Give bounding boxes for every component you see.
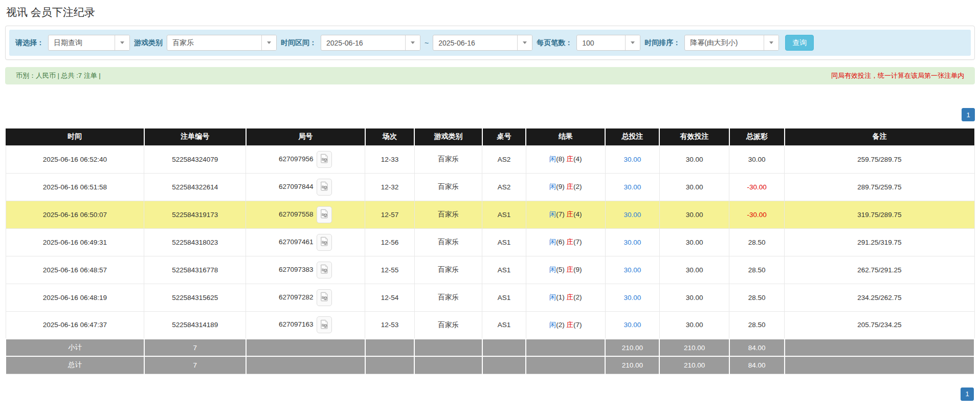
result-banker-label: 庄 bbox=[567, 321, 574, 329]
table-header-row: 时间 注单编号 局号 场次 游戏类别 桌号 结果 总投注 有效投注 总派彩 备注 bbox=[6, 128, 974, 145]
total-count: 7 bbox=[144, 356, 246, 374]
cell-session: 12-56 bbox=[365, 228, 415, 256]
cell-note: 289.75/259.75 bbox=[785, 173, 974, 201]
chevron-down-icon[interactable] bbox=[405, 35, 420, 50]
cell-game-type: 百家乐 bbox=[414, 145, 482, 173]
pagination-bottom: 1 bbox=[5, 388, 975, 401]
result-player-label: 闲 bbox=[549, 210, 556, 218]
total-bet-link[interactable]: 30.00 bbox=[623, 266, 641, 274]
cell-payout: 30.00 bbox=[729, 145, 785, 173]
pagination-page-button[interactable]: 1 bbox=[961, 388, 974, 401]
video-replay-button[interactable] bbox=[317, 316, 332, 333]
cell-table-no: AS1 bbox=[482, 284, 526, 311]
cell-table-no: AS1 bbox=[482, 228, 526, 256]
total-bet-link[interactable]: 30.00 bbox=[623, 321, 641, 329]
result-banker-num: (2) bbox=[573, 183, 582, 190]
date-to-select[interactable]: 2025-06-16 bbox=[433, 35, 532, 51]
video-replay-button[interactable] bbox=[317, 262, 332, 278]
cell-session: 12-54 bbox=[365, 284, 415, 311]
cell-note: 319.75/289.75 bbox=[785, 201, 974, 228]
result-banker-num: (7) bbox=[573, 321, 582, 329]
cell-session: 12-33 bbox=[365, 145, 415, 173]
header-time: 时间 bbox=[6, 128, 144, 145]
cell-note: 291.25/319.75 bbox=[785, 228, 974, 256]
query-mode-select[interactable]: 日期查询 bbox=[48, 35, 130, 51]
query-mode-value: 日期查询 bbox=[49, 35, 115, 50]
result-banker-num: (7) bbox=[573, 238, 582, 246]
cell-total-bet: 30.00 bbox=[605, 173, 659, 201]
film-icon bbox=[320, 154, 329, 165]
table-row: 2025-06-16 06:48:19 522584315625 6270972… bbox=[6, 284, 974, 311]
cell-session: 12-57 bbox=[365, 201, 415, 228]
film-icon bbox=[320, 181, 329, 192]
sort-order-select[interactable]: 降幂(由大到小) bbox=[684, 35, 779, 51]
subtotal-count: 7 bbox=[144, 339, 246, 356]
result-player-label: 闲 bbox=[549, 321, 556, 329]
video-replay-button[interactable] bbox=[317, 206, 332, 223]
chevron-down-icon[interactable] bbox=[517, 35, 532, 50]
cell-payout: 28.50 bbox=[729, 284, 785, 311]
video-replay-button[interactable] bbox=[317, 151, 332, 168]
cell-payout: -30.00 bbox=[729, 173, 785, 201]
cell-payout: 28.50 bbox=[729, 256, 785, 284]
cell-total-bet: 30.00 bbox=[605, 228, 659, 256]
game-type-select[interactable]: 百家乐 bbox=[167, 35, 277, 51]
pagination-page-button[interactable]: 1 bbox=[962, 108, 975, 121]
cell-table-no: AS2 bbox=[482, 145, 526, 173]
page-size-value: 100 bbox=[577, 35, 625, 50]
chevron-down-icon[interactable] bbox=[261, 35, 276, 50]
result-banker-label: 庄 bbox=[567, 238, 574, 246]
round-id-text: 627097282 bbox=[279, 293, 314, 301]
header-total-bet: 总投注 bbox=[605, 128, 659, 145]
cell-game-type: 百家乐 bbox=[414, 256, 482, 284]
total-total-bet: 210.00 bbox=[605, 356, 659, 374]
cell-note: 234.25/262.75 bbox=[785, 284, 974, 311]
filter-bar: 请选择： 日期查询 游戏类别 百家乐 时间区间： 2025-06-16 ~ 20… bbox=[9, 30, 971, 56]
result-player-label: 闲 bbox=[549, 183, 556, 190]
cell-result: 闲(8) 庄(4) bbox=[526, 145, 605, 173]
film-icon bbox=[320, 236, 329, 248]
video-replay-button[interactable] bbox=[317, 234, 332, 251]
cell-valid-bet: 30.00 bbox=[659, 145, 729, 173]
cell-bet-id: 522584315625 bbox=[144, 284, 246, 311]
table-row: 2025-06-16 06:49:31 522584318023 6270974… bbox=[6, 228, 974, 256]
summary-bar: 币別：人民币 | 总共 :7 注单 | 同局有效投注，统一计算在该局第一张注单内 bbox=[5, 67, 975, 84]
chevron-down-icon[interactable] bbox=[625, 35, 640, 50]
cell-valid-bet: 30.00 bbox=[659, 201, 729, 228]
total-bet-link[interactable]: 30.00 bbox=[623, 211, 641, 219]
header-table-no: 桌号 bbox=[482, 128, 526, 145]
cell-session: 12-55 bbox=[365, 256, 415, 284]
chevron-down-icon[interactable] bbox=[764, 35, 778, 50]
cell-game-type: 百家乐 bbox=[414, 228, 482, 256]
cell-game-type: 百家乐 bbox=[414, 284, 482, 311]
cell-session: 12-53 bbox=[365, 311, 415, 339]
summary-currency-count: 币別：人民币 | 总共 :7 注单 | bbox=[16, 71, 101, 80]
result-player-num: (9) bbox=[556, 183, 565, 190]
result-player-num: (5) bbox=[556, 266, 565, 273]
cell-result: 闲(5) 庄(9) bbox=[526, 256, 605, 284]
film-icon bbox=[320, 292, 329, 303]
page-size-select[interactable]: 100 bbox=[576, 35, 640, 51]
search-button[interactable]: 查询 bbox=[785, 35, 814, 51]
sort-order-label: 时间排序： bbox=[644, 38, 680, 48]
result-banker-num: (9) bbox=[573, 266, 582, 273]
cell-round-id: 627097383 bbox=[246, 256, 365, 284]
total-bet-link[interactable]: 30.00 bbox=[623, 239, 641, 246]
subtotal-total-bet: 210.00 bbox=[605, 339, 659, 356]
date-from-select[interactable]: 2025-06-16 bbox=[321, 35, 420, 51]
video-replay-button[interactable] bbox=[317, 289, 332, 306]
total-valid-bet: 210.00 bbox=[659, 356, 729, 374]
total-bet-link[interactable]: 30.00 bbox=[623, 183, 641, 191]
round-id-text: 627097558 bbox=[279, 210, 314, 218]
cell-valid-bet: 30.00 bbox=[659, 256, 729, 284]
cell-total-bet: 30.00 bbox=[605, 311, 659, 339]
total-bet-link[interactable]: 30.00 bbox=[623, 156, 641, 163]
total-bet-link[interactable]: 30.00 bbox=[623, 294, 641, 302]
film-icon bbox=[320, 319, 329, 331]
cell-round-id: 627097163 bbox=[246, 311, 365, 339]
cell-table-no: AS1 bbox=[482, 311, 526, 339]
time-range-label: 时间区间： bbox=[281, 38, 317, 48]
video-replay-button[interactable] bbox=[317, 179, 332, 196]
cell-note: 262.75/291.25 bbox=[785, 256, 974, 284]
chevron-down-icon[interactable] bbox=[115, 35, 129, 50]
